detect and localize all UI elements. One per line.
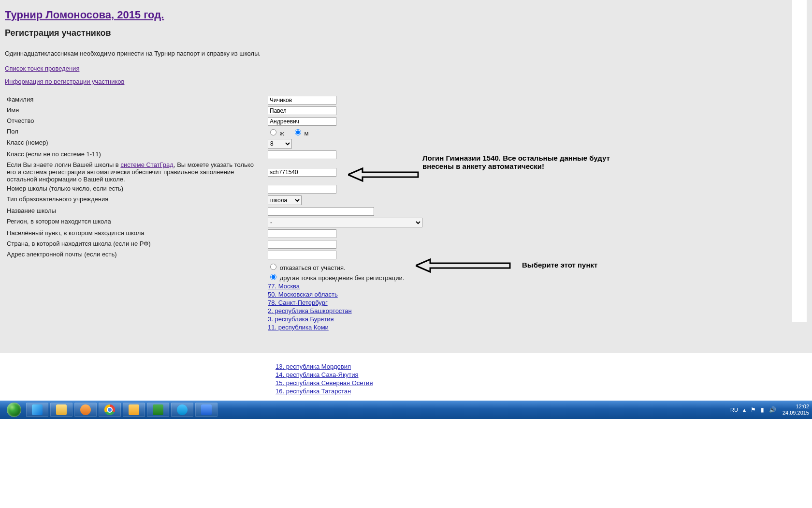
input-school-name[interactable] [268, 207, 374, 216]
select-school-type[interactable]: школа [268, 195, 302, 205]
label-gender: Пол [5, 127, 266, 138]
label-login: Если Вы знаете логин Вашей школы в систе… [5, 160, 266, 184]
label-region: Регион, в котором находится школа [5, 217, 266, 228]
region-link[interactable]: 15. республика Северная Осетия [276, 379, 373, 387]
gender-m-label: м [304, 130, 309, 137]
region-link[interactable]: 14. республика Саха-Якутия [276, 371, 359, 378]
taskbar-media[interactable] [74, 403, 97, 417]
taskbar-chrome[interactable] [99, 403, 121, 417]
input-name[interactable] [268, 106, 336, 115]
windows-taskbar: RU ▴ ⚑ ▮ 🔊 12:02 24.09.2015 [0, 401, 812, 419]
input-surname[interactable] [268, 96, 336, 105]
start-button[interactable] [3, 402, 25, 418]
region-links-upper: 77. Москва50. Московская область78. Санк… [268, 283, 457, 331]
taskbar-explorer[interactable] [50, 403, 72, 417]
region-link[interactable]: 77. Москва [268, 283, 300, 290]
label-school-type: Тип образовательного учреждения [5, 194, 266, 206]
tray-volume-icon[interactable]: 🔊 [769, 406, 776, 413]
input-patronymic[interactable] [268, 117, 336, 126]
tournament-title[interactable]: Турнир Ломоносова, 2015 год. [5, 9, 164, 21]
svg-marker-0 [348, 168, 418, 181]
label-school-num: Номер школы (только число, если есть) [5, 184, 266, 194]
region-link[interactable]: 16. республика Татарстан [276, 388, 351, 395]
input-school-num[interactable] [268, 185, 336, 194]
page-subtitle: Регистрация участников [5, 28, 807, 38]
radio-refuse-label: отказаться от участия. [280, 264, 346, 271]
select-class[interactable]: 8 [268, 139, 292, 149]
annotation-login: Логин Гимназии 1540. Все остальные данны… [422, 154, 616, 170]
taskbar-skype[interactable] [171, 403, 193, 417]
radio-other-point-label: другая точка проведения без регистрации. [280, 274, 405, 282]
instruction-note: Одиннадцатиклассникам необходимо принест… [5, 50, 807, 57]
scrollbar-region [792, 0, 807, 322]
input-class-alt[interactable] [268, 150, 336, 159]
region-link[interactable]: 3. республика Бурятия [268, 315, 334, 323]
taskbar-excel[interactable] [147, 403, 169, 417]
taskbar-outlook[interactable] [123, 403, 145, 417]
input-country[interactable] [268, 240, 336, 249]
svg-marker-1 [416, 259, 510, 272]
taskbar-word[interactable] [195, 403, 218, 417]
region-link[interactable]: 50. Московская область [268, 291, 338, 298]
region-link[interactable]: 2. республика Башкортостан [268, 307, 352, 314]
arrow-left-icon-2 [416, 258, 512, 273]
registration-form: Фамилия Имя Отчество Пол ж м Класс (номе… [5, 95, 459, 333]
radio-gender-m[interactable] [295, 129, 301, 135]
tray-show-hidden-icon[interactable]: ▴ [743, 406, 746, 413]
radio-refuse[interactable] [270, 264, 276, 270]
input-email[interactable] [268, 251, 336, 259]
region-link[interactable]: 13. республика Мордовия [276, 363, 351, 370]
label-name: Имя [5, 105, 266, 116]
region-links-lower: 13. республика Мордовия14. республика Са… [276, 359, 807, 395]
page-title-link: Турнир Ломоносова, 2015 год. [5, 9, 807, 21]
tray-clock[interactable]: 12:02 24.09.2015 [783, 403, 809, 416]
region-link[interactable]: 11. республика Коми [268, 324, 329, 331]
tray-lang[interactable]: RU [730, 407, 738, 413]
label-school-name: Название школы [5, 206, 266, 217]
label-city: Населённый пункт, в котором находится шк… [5, 228, 266, 239]
link-points-list[interactable]: Список точек проведения [5, 65, 79, 72]
tray-network-icon[interactable]: ▮ [761, 406, 764, 413]
taskbar-ie[interactable] [26, 403, 48, 417]
link-statgrad[interactable]: системе СтатГрад [120, 161, 174, 168]
arrow-left-icon [348, 167, 420, 182]
input-city[interactable] [268, 229, 336, 238]
label-patronymic: Отчество [5, 116, 266, 127]
tray-flag-icon[interactable]: ⚑ [751, 406, 756, 413]
annotation-radio: Выберите этот пункт [522, 261, 597, 269]
label-class-alt: Класс (если не по системе 1-11) [5, 149, 266, 160]
select-region[interactable]: - [268, 218, 422, 227]
link-registration-info[interactable]: Информация по регистрации участников [5, 78, 124, 85]
radio-gender-f[interactable] [270, 129, 276, 135]
input-school-login[interactable] [268, 168, 336, 177]
label-email: Адрес электронной почты (если есть) [5, 250, 266, 260]
label-class-num: Класс (номер) [5, 138, 266, 149]
label-surname: Фамилия [5, 95, 266, 105]
gender-f-label: ж [280, 130, 284, 137]
label-country: Страна, в которой находится школа (если … [5, 239, 266, 250]
radio-other-point[interactable] [270, 274, 276, 280]
region-link[interactable]: 78. Санкт-Петербург [268, 299, 328, 306]
